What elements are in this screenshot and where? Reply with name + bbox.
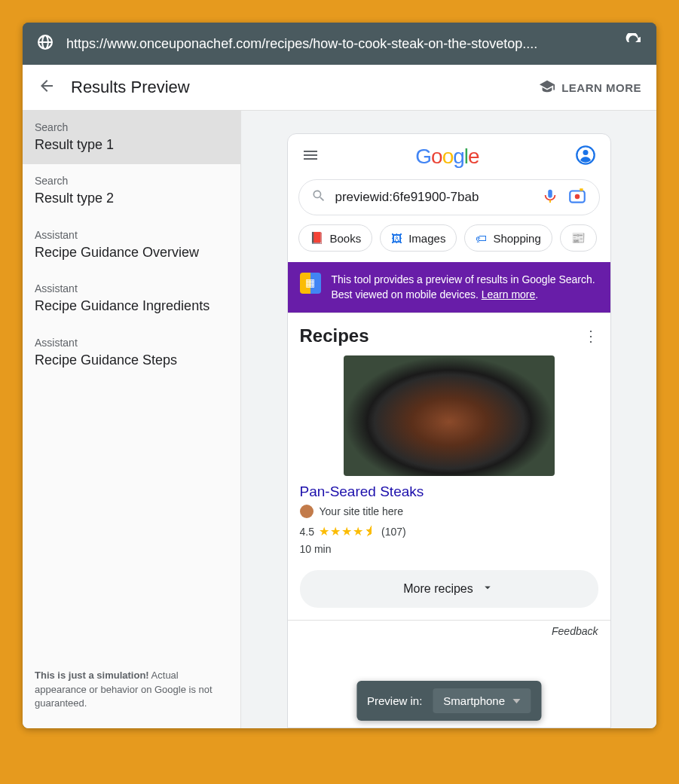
chip-next[interactable]: 📰 bbox=[560, 224, 597, 252]
svg-rect-3 bbox=[549, 200, 551, 203]
favicon bbox=[300, 505, 314, 518]
sidebar-footer: This is just a simulation! Actual appear… bbox=[23, 658, 240, 728]
chip-label: Shopping bbox=[493, 232, 540, 245]
search-input[interactable] bbox=[335, 190, 533, 205]
sidebar-item-2[interactable]: AssistantRecipe Guidance Overview bbox=[23, 218, 240, 272]
learn-more-button[interactable]: LEARN MORE bbox=[539, 78, 641, 97]
recipe-image[interactable] bbox=[344, 355, 555, 476]
preview-banner: ▦ This tool provides a preview of result… bbox=[288, 262, 610, 313]
sidebar-item-category: Assistant bbox=[35, 282, 228, 294]
account-icon[interactable] bbox=[575, 145, 596, 169]
url-bar: https://www.onceuponachef.com/recipes/ho… bbox=[23, 23, 656, 65]
recipe-card: Recipes ⋮ Pan-Seared Steaks Your site ti… bbox=[288, 313, 610, 620]
sidebar-item-label: Result type 2 bbox=[35, 190, 228, 207]
svg-point-5 bbox=[574, 194, 580, 200]
sidebar-item-category: Search bbox=[35, 121, 228, 133]
hamburger-icon[interactable] bbox=[301, 146, 320, 167]
chip-icon: 📰 bbox=[571, 231, 586, 245]
rating-value: 4.5 bbox=[300, 526, 314, 538]
learn-more-label: LEARN MORE bbox=[561, 81, 641, 94]
more-options-icon[interactable]: ⋮ bbox=[583, 327, 598, 345]
chip-label: Books bbox=[330, 232, 362, 245]
chip-icon: 🏷 bbox=[476, 232, 487, 245]
chip-images[interactable]: 🖼Images bbox=[380, 224, 457, 252]
svg-rect-2 bbox=[548, 190, 552, 198]
preview-selector-label: Preview in: bbox=[367, 694, 422, 707]
chevron-down-icon bbox=[512, 699, 520, 703]
search-icon bbox=[311, 188, 326, 206]
preview-selector: Preview in: Smartphone bbox=[356, 681, 541, 721]
chip-shopping[interactable]: 🏷Shopping bbox=[464, 224, 552, 252]
sidebar-item-label: Recipe Guidance Overview bbox=[35, 244, 228, 261]
sidebar-item-category: Search bbox=[35, 175, 228, 187]
mic-icon[interactable] bbox=[542, 188, 558, 207]
app-header: Results Preview LEARN MORE bbox=[23, 65, 656, 111]
search-box[interactable] bbox=[298, 179, 600, 215]
sidebar-item-category: Assistant bbox=[35, 229, 228, 241]
banner-learn-more-link[interactable]: Learn more bbox=[482, 288, 536, 300]
chip-icon: 🖼 bbox=[391, 232, 402, 245]
sidebar-item-3[interactable]: AssistantRecipe Guidance Ingredients bbox=[23, 272, 240, 325]
chevron-down-icon bbox=[481, 581, 494, 597]
chip-label: Images bbox=[408, 232, 445, 245]
graduation-cap-icon bbox=[539, 78, 555, 97]
recipe-title-link[interactable]: Pan-Seared Steaks bbox=[300, 484, 598, 500]
chip-books[interactable]: 📕Books bbox=[298, 224, 373, 252]
sidebar-item-label: Recipe Guidance Steps bbox=[35, 352, 228, 369]
preview-area: Google bbox=[241, 111, 656, 728]
lens-icon[interactable] bbox=[567, 186, 587, 209]
chip-icon: 📕 bbox=[310, 231, 324, 245]
review-count: (107) bbox=[381, 526, 406, 538]
cook-time: 10 min bbox=[300, 543, 598, 555]
sidebar-item-category: Assistant bbox=[35, 337, 228, 349]
page-title: Results Preview bbox=[71, 78, 524, 97]
more-recipes-button[interactable]: More recipes bbox=[300, 570, 598, 608]
globe-icon bbox=[36, 33, 54, 54]
sidebar-item-1[interactable]: SearchResult type 2 bbox=[23, 164, 240, 218]
sidebar: SearchResult type 1SearchResult type 2As… bbox=[23, 111, 241, 728]
star-icons: ★★★★⯨ bbox=[319, 524, 377, 538]
back-icon[interactable] bbox=[38, 77, 56, 98]
device-dropdown[interactable]: Smartphone bbox=[433, 688, 531, 713]
google-logo: Google bbox=[415, 145, 479, 169]
sidebar-item-label: Result type 1 bbox=[35, 136, 228, 154]
section-title: Recipes bbox=[300, 325, 369, 346]
svg-point-1 bbox=[583, 150, 589, 155]
banner-icon: ▦ bbox=[300, 273, 321, 294]
svg-rect-6 bbox=[580, 188, 583, 191]
sidebar-item-0[interactable]: SearchResult type 1 bbox=[23, 111, 240, 164]
sidebar-item-4[interactable]: AssistantRecipe Guidance Steps bbox=[23, 326, 240, 380]
sidebar-item-label: Recipe Guidance Ingredients bbox=[35, 297, 228, 315]
url-text[interactable]: https://www.onceuponachef.com/recipes/ho… bbox=[66, 36, 613, 52]
mobile-preview: Google bbox=[287, 133, 611, 728]
feedback-link[interactable]: Feedback bbox=[288, 620, 610, 642]
reload-icon[interactable] bbox=[625, 33, 643, 54]
site-title: Your site title here bbox=[320, 505, 404, 517]
